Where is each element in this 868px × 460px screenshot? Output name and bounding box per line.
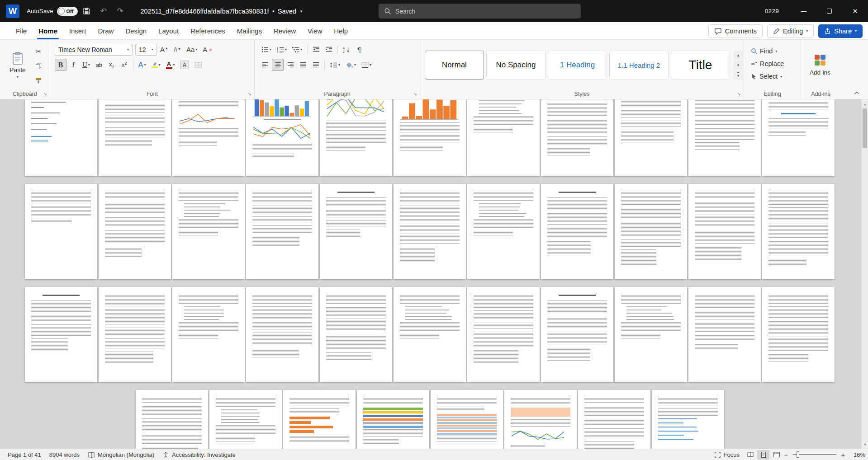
style-heading-1[interactable]: 1 Heading: [548, 51, 607, 80]
increase-indent-button[interactable]: [323, 43, 335, 56]
page-thumbnail[interactable]: [136, 390, 208, 449]
word-count-status[interactable]: 8904 words: [45, 449, 84, 460]
editing-mode-button[interactable]: Editing ▾: [767, 24, 814, 38]
menu-tab-mailings[interactable]: Mailings: [231, 22, 268, 39]
page-thumbnail[interactable]: [320, 287, 392, 382]
save-button[interactable]: [79, 4, 95, 19]
close-button[interactable]: ✕: [842, 0, 868, 22]
page-thumbnail[interactable]: [172, 184, 245, 279]
justify-button[interactable]: [297, 59, 309, 71]
maximize-button[interactable]: [816, 0, 842, 22]
share-button[interactable]: Share ▾: [818, 24, 863, 38]
menu-tab-file[interactable]: File: [10, 22, 33, 39]
style-heading-2[interactable]: 1.1 Heading 2: [609, 51, 669, 80]
page-number-status[interactable]: Page 1 of 41: [4, 449, 45, 460]
page-thumbnail[interactable]: [25, 99, 97, 176]
copy-button[interactable]: [33, 60, 44, 72]
styles-dialog-launcher[interactable]: ↘: [737, 92, 741, 96]
sort-button[interactable]: AZ: [341, 43, 352, 56]
paragraph-dialog-launcher[interactable]: ↘: [413, 92, 417, 96]
style-no-spacing[interactable]: No Spacing: [486, 51, 545, 80]
align-left-button[interactable]: [259, 59, 271, 71]
strikethrough-button[interactable]: ab: [93, 59, 105, 71]
page-thumbnail[interactable]: [688, 287, 761, 382]
page-thumbnail[interactable]: [172, 287, 245, 382]
page-thumbnail[interactable]: [615, 184, 687, 279]
bullets-button[interactable]: ▾: [259, 43, 274, 56]
page-thumbnail[interactable]: [246, 287, 318, 382]
page-thumbnail[interactable]: [688, 99, 761, 176]
subscript-button[interactable]: x2: [106, 59, 118, 71]
vertical-scrollbar[interactable]: ▴ ▾: [861, 99, 868, 449]
page-thumbnail[interactable]: [394, 99, 466, 176]
page-thumbnail[interactable]: [209, 390, 282, 449]
word-logo[interactable]: W: [6, 5, 19, 18]
page-thumbnail[interactable]: [467, 99, 540, 176]
collapse-ribbon-button[interactable]: [853, 90, 861, 96]
show-formatting-button[interactable]: ¶: [353, 43, 365, 56]
page-thumbnail[interactable]: [320, 99, 392, 176]
menu-tab-home[interactable]: Home: [33, 22, 63, 39]
paste-button[interactable]: Paste ▾: [5, 43, 31, 87]
multilevel-list-button[interactable]: ▾: [290, 43, 304, 56]
web-layout-button[interactable]: [770, 450, 783, 460]
menu-tab-layout[interactable]: Layout: [152, 22, 185, 39]
page-thumbnail[interactable]: [541, 287, 613, 382]
replace-button[interactable]: ab Replace: [749, 58, 796, 70]
scroll-down-icon[interactable]: ▾: [862, 441, 868, 448]
shrink-font-button[interactable]: A▼: [171, 43, 183, 56]
clear-formatting-button[interactable]: A: [200, 43, 214, 56]
autosave-toggle[interactable]: Off: [57, 7, 78, 16]
page-thumbnail[interactable]: [246, 184, 318, 279]
page-thumbnail[interactable]: [467, 184, 540, 279]
menu-tab-help[interactable]: Help: [328, 22, 354, 39]
text-effects-button[interactable]: A▾: [136, 59, 148, 71]
superscript-button[interactable]: x2: [119, 59, 130, 71]
page-thumbnail[interactable]: [541, 184, 613, 279]
page-thumbnail[interactable]: [283, 390, 356, 449]
italic-button[interactable]: I: [67, 59, 79, 71]
gallery-scroll-up-button[interactable]: ▴: [734, 51, 743, 60]
format-painter-button[interactable]: [33, 74, 44, 86]
decrease-indent-button[interactable]: [310, 43, 322, 56]
shading-button[interactable]: ▾: [343, 59, 358, 71]
page-thumbnail[interactable]: [652, 390, 724, 449]
page-thumbnail[interactable]: [615, 287, 687, 382]
menu-tab-references[interactable]: References: [185, 22, 231, 39]
change-case-button[interactable]: Aa▾: [184, 43, 199, 56]
font-dialog-launcher[interactable]: ↘: [248, 92, 251, 96]
gallery-scroll-down-button[interactable]: ▾: [734, 61, 743, 70]
page-thumbnail[interactable]: [172, 99, 245, 176]
page-thumbnail[interactable]: [357, 390, 429, 449]
page-thumbnail[interactable]: [541, 99, 613, 176]
page-thumbnail[interactable]: [467, 287, 540, 382]
page-thumbnail[interactable]: [762, 99, 835, 176]
page-thumbnail[interactable]: [246, 99, 318, 176]
gallery-more-button[interactable]: ▾: [734, 70, 743, 80]
document-title[interactable]: 202511_d7fe8dd466ffdafdafba7fbca390831f …: [141, 8, 303, 15]
minimize-button[interactable]: [791, 0, 816, 22]
page-thumbnail[interactable]: [431, 390, 503, 449]
bold-button[interactable]: B: [55, 59, 66, 71]
style-title[interactable]: Title: [671, 51, 730, 80]
scroll-up-icon[interactable]: ▴: [862, 100, 868, 108]
page-thumbnail[interactable]: [578, 390, 650, 449]
zoom-percentage[interactable]: 16%: [848, 451, 865, 458]
line-spacing-button[interactable]: ▾: [327, 59, 342, 71]
select-button[interactable]: Select ▾: [749, 70, 796, 82]
borders-button[interactable]: ▾: [359, 59, 374, 71]
page-thumbnail[interactable]: [762, 184, 835, 279]
redo-button[interactable]: ↷: [113, 4, 128, 19]
zoom-out-button[interactable]: −: [783, 451, 789, 459]
page-thumbnail[interactable]: [394, 287, 466, 382]
clipboard-dialog-launcher[interactable]: ↘: [43, 92, 47, 96]
font-family-combo[interactable]: Times New Roman ▾: [55, 44, 133, 56]
page-thumbnail[interactable]: [688, 184, 761, 279]
proofing-status[interactable]: Mongolian (Mongolia): [84, 449, 158, 460]
grow-font-button[interactable]: A▲: [158, 43, 171, 56]
search-input[interactable]: [395, 8, 575, 15]
numbering-button[interactable]: 123▾: [275, 43, 289, 56]
zoom-slider[interactable]: [793, 454, 836, 455]
cut-button[interactable]: ✂: [33, 45, 44, 57]
undo-button[interactable]: ↶: [96, 4, 111, 19]
